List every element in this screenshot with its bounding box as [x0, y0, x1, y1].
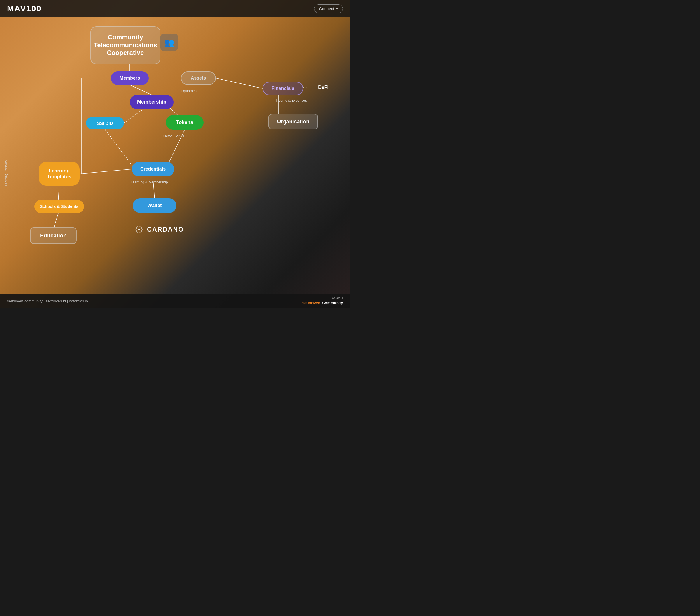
svg-point-26 [142, 229, 143, 230]
connect-button[interactable]: Connect ▾ [314, 4, 343, 13]
equipment-label: Equipment [181, 89, 198, 93]
community-node: Community Telecommunications Cooperative [90, 26, 160, 64]
assets-node: Assets [181, 72, 216, 85]
svg-point-25 [136, 229, 137, 230]
logo: MAV100 [7, 4, 42, 13]
cardano-icon [134, 225, 144, 235]
diagram-area: Community Telecommunications Cooperative… [0, 17, 350, 294]
svg-point-24 [141, 230, 142, 231]
connection-lines [0, 17, 350, 294]
svg-point-19 [139, 226, 140, 227]
svg-line-16 [124, 109, 143, 123]
organisation-node: Organisation [268, 114, 318, 129]
membership-node: Membership [130, 95, 174, 109]
svg-point-18 [138, 229, 140, 230]
svg-point-23 [136, 230, 137, 231]
defi-label: DeFi [318, 85, 328, 91]
footer-brand: we are a selfdriven. Community [302, 296, 343, 306]
members-node: Members [111, 72, 149, 85]
tokens-node: Tokens [166, 115, 203, 130]
brand-community: Community [322, 301, 343, 305]
svg-line-15 [54, 213, 58, 227]
learning-membership-label: Learning & Membership [131, 180, 168, 185]
svg-point-28 [141, 226, 141, 227]
octos-label: Octos | MAV100 [163, 134, 188, 139]
schools-students-node: Schools & Students [34, 200, 84, 213]
brand-we-are: we are a [332, 297, 343, 300]
svg-line-9 [153, 176, 154, 198]
footer-links: selfdriven.community | selfdriven.id | o… [7, 299, 88, 303]
community-icon: 👥 [160, 34, 178, 51]
bottom-bar: selfdriven.community | selfdriven.id | o… [0, 294, 350, 308]
credentials-node: Credentials [132, 162, 174, 176]
learning-partners-label: Learning Partners [4, 160, 8, 186]
brand-selfdriven: selfdriven. [302, 301, 322, 305]
chevron-down-icon: ▾ [336, 7, 338, 11]
learning-partners-arrow: → [34, 173, 40, 179]
svg-line-17 [105, 129, 133, 166]
wallet-node: Wallet [133, 198, 176, 213]
svg-point-22 [141, 227, 142, 229]
financials-node: Financials [262, 82, 303, 95]
education-node: Education [30, 227, 77, 244]
svg-line-2 [216, 78, 262, 88]
ssi-did-node: SSI DID [86, 117, 124, 129]
income-label: Income & Expenses [276, 99, 307, 103]
top-bar: MAV100 Connect ▾ [0, 0, 350, 17]
learning-templates-node: Learning Templates [39, 162, 80, 186]
svg-point-21 [136, 227, 137, 229]
svg-point-20 [139, 231, 140, 233]
svg-point-27 [137, 226, 138, 227]
defi-arrows: ↔ [302, 84, 308, 91]
svg-line-14 [58, 186, 59, 200]
svg-line-4 [130, 85, 152, 95]
svg-point-30 [141, 232, 141, 233]
svg-line-13 [80, 169, 132, 174]
svg-point-29 [137, 232, 138, 233]
cardano-node: CARDANO [134, 225, 184, 235]
